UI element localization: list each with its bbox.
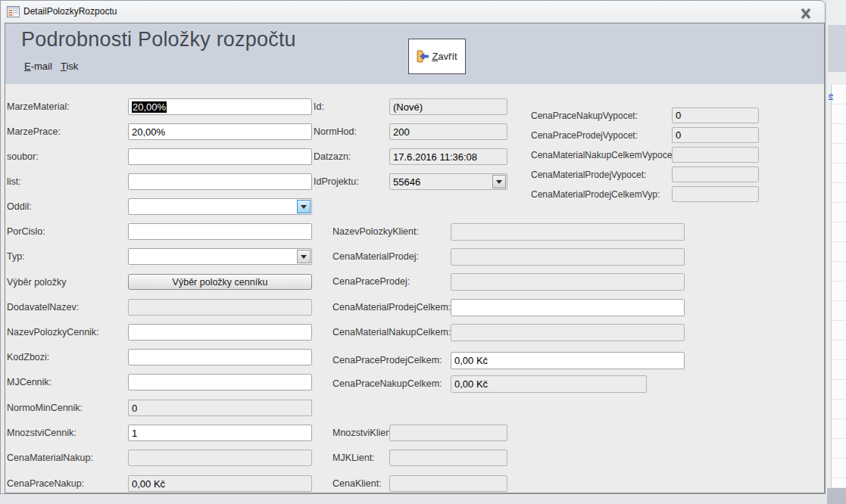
cenaMaterialProdejCelkemVyp-label: CenaMaterialProdejCelkemVyp: (531, 189, 660, 201)
kodZbozi-input[interactable] (128, 349, 312, 366)
chevron-down-icon (301, 205, 307, 209)
idField-label: Id: (314, 101, 324, 113)
chevron-down-icon (496, 180, 502, 184)
cenaPraceProdejCelkem-label: CenaPraceProdejCelkem: (332, 355, 442, 366)
cenaMaterialNakupCelkem-label: CenaMaterialNakupCelkem: (332, 327, 451, 338)
normoMinCennik-input: 0 (128, 400, 312, 416)
soubor-label: soubor: (7, 151, 39, 163)
typ-combo[interactable] (128, 248, 312, 265)
porCislo-label: PorCislo: (7, 226, 45, 238)
idProjektu-label: IdProjektu: (314, 176, 359, 188)
close-form-button[interactable]: Zavřít (408, 39, 466, 74)
dodavatelNazev-input (128, 299, 312, 316)
cenaKlient-input (389, 475, 507, 492)
kodZbozi-label: KodZbozi: (7, 352, 49, 363)
cenaPraceProdejCelkem-value: 0,00 Kč (454, 355, 488, 366)
oddil-combo[interactable] (128, 198, 312, 215)
list-label: list: (7, 176, 21, 188)
typ-dropdown-arrow-icon[interactable] (297, 250, 311, 263)
cenaPraceNakupVypocet-input: 0 (672, 107, 759, 123)
datzazn-label: Datzazn: (314, 151, 351, 163)
tisk-link[interactable]: Tisk (61, 61, 78, 72)
cenaPraceNakup-label: CenaPraceNakup: (7, 478, 84, 490)
oddil-label: Oddil: (7, 201, 32, 213)
cenaMaterialNakup-input (128, 450, 312, 466)
cenaPraceNakup-input: 0,00 Kč (128, 475, 312, 492)
exit-door-icon (417, 50, 429, 63)
marzePrace-input[interactable]: 20,00% (128, 123, 312, 140)
form-header: Podrobnosti Položky rozpočtu E-mail Tisk… (5, 23, 824, 84)
marzePrace-label: MarzePrace: (7, 126, 61, 138)
cenaMaterialProdejCelkemVyp-input (672, 186, 759, 202)
cenaPraceProdejVypocet-label: CenaPraceProdejVypocet: (531, 130, 638, 142)
nazevPolozkyCennik-input[interactable] (128, 324, 312, 341)
idProjektu-combo[interactable]: 55646 (389, 173, 507, 190)
background-link-fragment: e (829, 91, 833, 100)
page-title: Podrobnosti Položky rozpočtu (21, 28, 296, 51)
mnozstviCennik-label: MnozstviCennik: (7, 428, 76, 439)
close-icon[interactable] (799, 8, 813, 20)
marzeMaterial-input[interactable]: 20,00% (128, 98, 312, 115)
normoMinCennik-value: 0 (132, 403, 137, 414)
marzePrace-value: 20,00% (132, 126, 165, 138)
screen: e DetailPolozkyRozpoctu Podrob (0, 0, 846, 504)
mnozstviCennik-input[interactable]: 1 (128, 425, 312, 441)
mnozstviCennik-value: 1 (132, 428, 137, 439)
marzeMaterial-label: MarzeMaterial: (7, 101, 70, 113)
normoMinCennik-label: NormoMinCennik: (7, 403, 83, 414)
cenaMaterialNakupCelkem-input (451, 324, 685, 341)
idProjektu-dropdown-arrow-icon[interactable] (492, 175, 506, 188)
cenaMaterialProdej-label: CenaMaterialProdej: (332, 251, 419, 263)
mjKlient-input (389, 450, 507, 466)
normHod-input: 200 (389, 123, 507, 140)
titlebar: DetailPolozkyRozpoctu (1, 1, 825, 22)
cenaPraceProdejCelkem-input[interactable]: 0,00 Kč (451, 352, 685, 369)
close-button-label: Zavřít (432, 51, 457, 62)
mnozstviKlient-input (389, 425, 507, 441)
vyberPolozky-button[interactable]: Výběr položky cenníku (128, 274, 312, 290)
cenaPraceProdejVypocet-value: 0 (676, 129, 681, 141)
access-form-icon (7, 6, 20, 17)
porCislo-input[interactable] (128, 223, 312, 240)
list-input[interactable] (128, 173, 312, 190)
cenaMaterialProdej-input (451, 248, 685, 266)
background-window-header (828, 25, 846, 72)
cenaKlient-label: CenaKlient: (332, 478, 382, 490)
idField-input: (Nové) (389, 98, 507, 115)
cenaPraceNakupCelkem-value: 0,00 Kč (454, 378, 488, 390)
datzazn-input: 17.6.2016 11:36:08 (389, 148, 507, 165)
form-window: DetailPolozkyRozpoctu Podrobnosti Položk… (0, 0, 826, 494)
idProjektu-value: 55646 (393, 176, 420, 188)
nazevPolozkyCennik-label: NazevPolozkyCennik: (7, 327, 99, 338)
background-window-edge: e (827, 0, 846, 504)
mjCennik-input[interactable] (128, 374, 312, 390)
oddil-dropdown-arrow-icon[interactable] (297, 200, 311, 213)
cenaPraceProdejVypocet-input: 0 (672, 127, 759, 143)
background-datasheet-rows (831, 85, 846, 487)
soubor-input[interactable] (128, 148, 312, 165)
cenaMaterialProdejCelkem-input[interactable] (451, 299, 685, 316)
cenaMaterialProdejVypocet-input (672, 166, 759, 182)
cenaPraceNakupCelkem-input: 0,00 Kč (451, 375, 647, 393)
cenaPraceNakup-value: 0,00 Kč (132, 478, 165, 490)
normHod-value: 200 (393, 126, 410, 138)
cenaPraceProdej-label: CenaPraceProdej: (332, 276, 410, 288)
datzazn-value: 17.6.2016 11:36:08 (393, 151, 477, 163)
background-bottom-strip (827, 488, 846, 504)
mjKlient-label: MJKLient: (332, 453, 375, 464)
cenaMaterialProdejVypocet-label: CenaMaterialProdejVypocet: (531, 170, 646, 181)
cenaPraceNakupVypocet-value: 0 (676, 110, 681, 121)
window-title: DetailPolozkyRozpoctu (23, 6, 117, 17)
mnozstviKlient-label: MnozstviKlient: (332, 428, 396, 439)
email-link[interactable]: E-mail (24, 61, 52, 72)
cenaPraceProdej-input (451, 273, 685, 291)
chevron-down-icon (301, 255, 307, 259)
cenaPraceNakupVypocet-label: CenaPraceNakupVypocet: (531, 110, 638, 122)
cenaMaterialNakup-label: CenaMaterialNakup: (7, 453, 93, 464)
idField-value: (Nové) (393, 101, 423, 113)
dodavatelNazev-label: DodavatelNazev: (7, 302, 79, 313)
nazevPolozkyKlient-label: NazevPolozkyKlient: (332, 226, 419, 238)
cenaMaterialNakupCelkemVypocet-input (672, 147, 759, 163)
cenaMaterialProdejCelkem-label: CenaMaterialProdejCelkem: (332, 302, 451, 313)
normHod-label: NormHod: (314, 126, 357, 138)
